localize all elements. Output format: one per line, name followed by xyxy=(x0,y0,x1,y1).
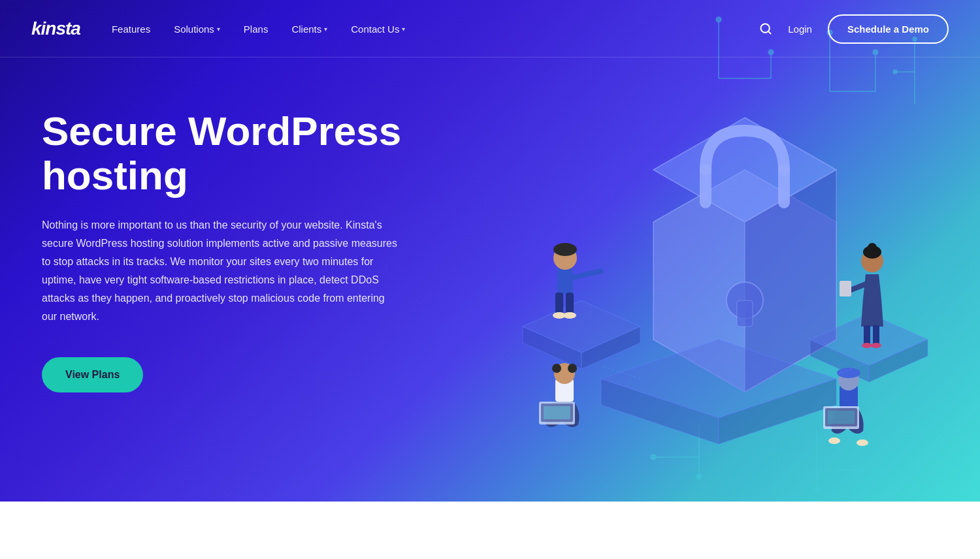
svg-rect-45 xyxy=(566,293,574,315)
svg-point-50 xyxy=(868,243,877,252)
svg-rect-63 xyxy=(544,406,570,419)
main-navigation: kinsta Features Solutions ▾ xyxy=(0,0,980,57)
svg-rect-54 xyxy=(873,325,879,345)
svg-line-51 xyxy=(849,284,866,291)
svg-point-56 xyxy=(871,343,881,348)
svg-rect-30 xyxy=(737,300,753,327)
svg-line-43 xyxy=(573,271,601,278)
svg-point-70 xyxy=(828,438,840,444)
svg-point-55 xyxy=(862,343,872,348)
navbar-separator xyxy=(0,57,980,57)
logo[interactable]: kinsta xyxy=(31,18,80,39)
nav-item-solutions[interactable]: Solutions ▾ xyxy=(174,24,220,35)
login-link[interactable]: Login xyxy=(788,24,812,35)
nav-item-clients[interactable]: Clients ▾ xyxy=(291,24,327,35)
svg-point-66 xyxy=(837,368,860,378)
svg-point-19 xyxy=(651,455,656,460)
security-illustration xyxy=(470,0,980,502)
chevron-down-icon: ▾ xyxy=(324,25,327,33)
svg-rect-40 xyxy=(557,268,573,294)
svg-rect-52 xyxy=(840,281,851,296)
svg-point-23 xyxy=(860,468,865,473)
view-plans-button[interactable]: View Plans xyxy=(42,357,143,392)
svg-point-47 xyxy=(563,312,576,319)
chevron-down-icon: ▾ xyxy=(217,25,220,33)
svg-rect-53 xyxy=(864,325,870,345)
chevron-down-icon: ▾ xyxy=(402,25,405,33)
navbar-right: Login Schedule a Demo xyxy=(759,14,949,44)
search-icon xyxy=(759,22,772,35)
schedule-demo-button[interactable]: Schedule a Demo xyxy=(828,14,949,44)
search-button[interactable] xyxy=(759,22,772,35)
svg-rect-69 xyxy=(828,411,855,424)
hero-content: Secure WordPress hosting Nothing is more… xyxy=(0,109,444,392)
svg-point-59 xyxy=(552,364,561,373)
svg-point-18 xyxy=(696,474,702,479)
nav-links: Features Solutions ▾ Plans xyxy=(112,24,406,35)
nav-item-features[interactable]: Features xyxy=(112,24,150,35)
svg-point-60 xyxy=(568,364,577,373)
hero-description: Nothing is more important to us than the… xyxy=(42,216,402,326)
hero-title: Secure WordPress hosting xyxy=(42,109,402,198)
svg-rect-44 xyxy=(555,293,563,315)
svg-point-15 xyxy=(893,70,897,74)
svg-line-1 xyxy=(768,31,771,34)
svg-point-42 xyxy=(553,243,577,256)
svg-point-71 xyxy=(857,439,868,446)
nav-item-plans[interactable]: Plans xyxy=(244,24,269,35)
nav-item-contact[interactable]: Contact Us ▾ xyxy=(351,24,405,35)
hero-illustration xyxy=(470,0,980,502)
svg-point-22 xyxy=(814,487,819,492)
